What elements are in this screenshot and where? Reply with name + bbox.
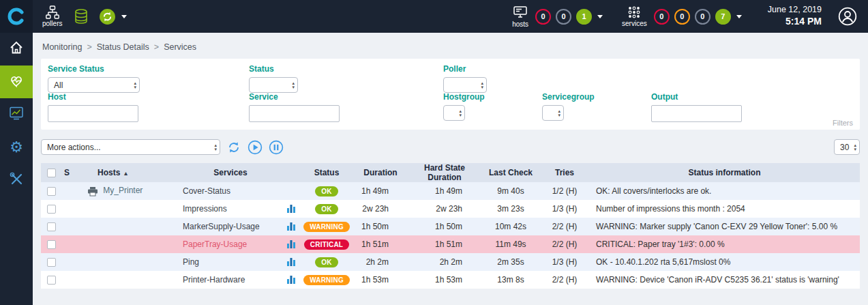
hosts-unreachable-badge[interactable]: 0 <box>556 9 571 25</box>
hostgroup-select[interactable]: ▴▾ <box>443 105 465 121</box>
graph-icon[interactable] <box>286 257 296 267</box>
centreon-logo-icon <box>6 6 27 27</box>
status-select[interactable]: ▴▾ <box>249 77 298 93</box>
row-checkbox[interactable] <box>47 276 56 285</box>
service-status-select[interactable]: All ▴▾ <box>48 77 140 93</box>
services-table: S Hosts▴ Services Status Duration Hard S… <box>41 163 860 289</box>
more-actions-select[interactable]: More actions... ▴▾ <box>41 139 220 155</box>
sidebar-item-reporting[interactable] <box>0 98 33 131</box>
pause-button[interactable] <box>269 140 284 155</box>
breadcrumb-monitoring[interactable]: Monitoring <box>42 42 82 52</box>
breadcrumb-services[interactable]: Services <box>164 42 196 52</box>
play-button[interactable] <box>248 140 263 155</box>
service-link[interactable]: Ping <box>183 257 199 267</box>
services-badges: 0 0 0 7 <box>654 9 731 25</box>
chart-icon <box>9 106 24 124</box>
host-link[interactable]: My_Printer <box>103 186 143 195</box>
services-menu[interactable]: services <box>622 5 647 27</box>
table-row[interactable]: Impressions OK 2w 23h 2w 23h 3m 23s 1/3 … <box>41 200 860 218</box>
sidebar-item-monitoring[interactable] <box>0 66 33 98</box>
select-all-checkbox[interactable] <box>47 169 56 177</box>
table-row[interactable]: PaperTray-Usage CRITICAL 1h 51m 1h 51m 1… <box>41 235 860 253</box>
graph-icon[interactable] <box>286 222 296 231</box>
hosts-header-label: Hosts <box>98 168 120 177</box>
services-ok-badge[interactable]: 7 <box>715 9 731 25</box>
graph-icon[interactable] <box>286 239 296 249</box>
hard-state-duration-cell: 1h 51m <box>408 235 481 253</box>
last-check-cell: 11m 49s <box>481 235 540 253</box>
last-check-cell: 2m 35s <box>481 253 540 271</box>
status-badge: WARNING <box>303 275 350 285</box>
breadcrumb-separator: > <box>154 42 159 52</box>
select-arrows-icon: ▴▾ <box>211 143 220 151</box>
row-checkbox[interactable] <box>47 222 56 231</box>
sidebar-item-configuration[interactable]: ⚙ <box>0 131 33 164</box>
services-status-group: services 0 0 0 7 <box>622 5 742 27</box>
hosts-up-badge[interactable]: 1 <box>576 9 592 25</box>
services-label: services <box>622 20 647 27</box>
table-row[interactable]: Ping OK 2h 2m 2h 2m 2m 35s 1/3 (H) OK - … <box>41 253 860 271</box>
service-input[interactable] <box>249 105 340 122</box>
refresh-button[interactable] <box>226 140 241 155</box>
status-information-cell: OK: All covers/interlocks are ok. <box>589 182 860 200</box>
poller-select[interactable]: ▴▾ <box>443 77 487 93</box>
row-checkbox[interactable] <box>47 205 56 214</box>
pollers-label: pollers <box>42 20 62 27</box>
centreon-logo[interactable] <box>0 0 33 33</box>
services-warning-badge[interactable]: 0 <box>674 9 690 25</box>
services-critical-badge[interactable]: 0 <box>654 9 670 25</box>
user-profile-icon[interactable] <box>838 7 857 26</box>
status-information-cell: OK - 10.40.1.202 rta 5,617mslost 0% <box>589 253 860 271</box>
host-input[interactable] <box>48 105 138 122</box>
col-header-s[interactable]: S <box>61 163 79 182</box>
col-header-hard-state-duration[interactable]: Hard State Duration <box>408 163 481 182</box>
service-status-label: Service Status <box>48 64 140 74</box>
printer-icon <box>87 186 98 197</box>
status-badge: WARNING <box>303 222 350 232</box>
pollers-icon <box>46 5 59 19</box>
table-row[interactable]: Printer-Hardware WARNING 1h 53m 1h 53m 1… <box>41 271 860 289</box>
select-arrows-icon: ▴▾ <box>456 109 464 117</box>
service-link[interactable]: Impressions <box>183 204 227 214</box>
hosts-chevron-down-icon[interactable] <box>597 15 603 18</box>
hosts-menu[interactable]: hosts <box>512 5 528 28</box>
status-badge: OK <box>315 186 338 197</box>
graph-icon[interactable] <box>286 204 296 214</box>
services-chevron-down-icon[interactable] <box>736 15 742 18</box>
col-header-status[interactable]: Status <box>300 163 353 182</box>
hosts-down-badge[interactable]: 0 <box>535 9 551 25</box>
col-header-duration[interactable]: Duration <box>353 163 408 182</box>
sidebar-item-administration[interactable] <box>0 164 33 197</box>
output-input[interactable] <box>651 105 742 122</box>
service-link[interactable]: MarkerSupply-Usage <box>183 222 260 231</box>
row-checkbox[interactable] <box>47 240 56 249</box>
last-check-cell: 10m 42s <box>481 218 540 235</box>
table-row[interactable]: MarkerSupply-Usage WARNING 1h 50m 1h 50m… <box>41 218 860 235</box>
col-header-services[interactable]: Services <box>179 163 282 182</box>
database-icon[interactable] <box>74 9 88 24</box>
select-arrows-icon: ▴▾ <box>478 81 486 89</box>
pollers-menu[interactable]: pollers <box>42 5 62 27</box>
service-link[interactable]: Printer-Hardware <box>183 275 245 285</box>
graph-icon[interactable] <box>286 275 296 285</box>
chevron-down-icon[interactable] <box>121 15 127 18</box>
breadcrumb-status-details[interactable]: Status Details <box>97 42 149 52</box>
sidebar-item-home[interactable] <box>0 33 33 66</box>
col-header-status-information[interactable]: Status information <box>589 163 860 182</box>
current-date: June 12, 2019 <box>768 5 822 16</box>
service-link[interactable]: Cover-Status <box>183 186 230 196</box>
row-checkbox[interactable] <box>47 187 56 196</box>
output-label: Output <box>651 92 742 102</box>
col-header-last-check[interactable]: Last Check <box>481 163 540 182</box>
services-unknown-badge[interactable]: 0 <box>695 9 710 25</box>
services-icon <box>627 5 641 19</box>
service-link[interactable]: PaperTray-Usage <box>183 239 247 249</box>
sync-status-icon[interactable] <box>99 8 116 25</box>
table-row[interactable]: My_Printer Cover-Status OK 1h 49m 1h 49m… <box>41 182 860 200</box>
page-size-select[interactable]: 30 ▴▾ <box>834 139 860 155</box>
col-header-hosts[interactable]: Hosts▴ <box>79 163 179 182</box>
row-checkbox[interactable] <box>47 258 56 267</box>
col-header-tries[interactable]: Tries <box>540 163 589 182</box>
servicegroup-select[interactable]: ▴▾ <box>542 105 564 121</box>
status-badge: OK <box>315 257 338 267</box>
